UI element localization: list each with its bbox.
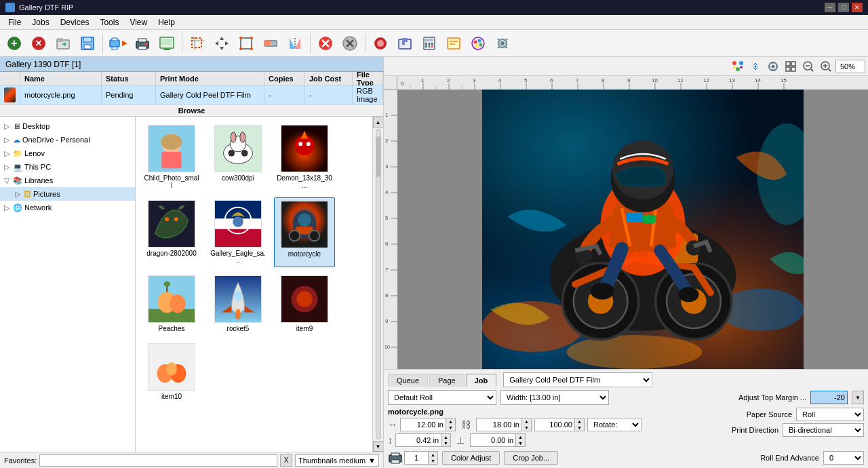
network-icon: 🌐 [13,203,22,212]
move-button[interactable] [210,32,233,55]
tab-job[interactable]: Job [466,374,497,387]
tree-item-network[interactable]: ▷ 🌐 Network [0,201,135,214]
favorites-clear-button[interactable]: X [280,454,292,467]
delete-job-button[interactable]: × [27,32,50,55]
maximize-button[interactable]: □ [838,3,849,12]
print-count-down-button[interactable]: ▼ [429,458,437,464]
list-item[interactable]: Peaches [141,273,202,335]
thumbnails-dropdown[interactable]: Thumbnails medium ▼ [295,454,379,467]
svg-rect-29 [241,38,252,49]
height-down-button[interactable]: ▼ [522,425,531,431]
offset-x-down-button[interactable]: ▼ [441,440,450,446]
scroll-down-button[interactable]: ▼ [373,441,384,452]
tree-item-pictures[interactable]: ▷ 🖼 Pictures [0,187,135,201]
scroll-up-button[interactable]: ▲ [373,117,384,128]
svg-rect-12 [112,47,117,50]
svg-point-66 [500,41,505,45]
minimize-button[interactable]: ─ [825,3,835,12]
tree-item-desktop[interactable]: ▷ 🖥 Desktop [0,119,135,133]
list-item[interactable]: Gallery_Eagle_sa... [208,197,269,267]
crop-button[interactable] [186,32,209,55]
height-input[interactable] [476,418,522,431]
view-button[interactable] [747,59,764,74]
media-button[interactable] [442,32,465,55]
width-selector[interactable]: Width: [13.00 in] [500,390,609,405]
close-button[interactable]: ✕ [852,3,863,12]
menu-jobs[interactable]: Jobs [26,16,54,28]
profile-selector[interactable]: Gallery Cold Peel DTF Film [503,372,652,387]
print-image-container [482,90,804,369]
palette-button[interactable] [467,32,490,55]
offset-y-down-button[interactable]: ▼ [516,440,525,446]
open-button[interactable] [52,32,75,55]
tree-item-lenov[interactable]: ▷ 📁 Lenov [0,147,135,160]
scale-up-button[interactable]: ▲ [575,418,584,425]
tab-queue[interactable]: Queue [388,374,428,387]
list-item[interactable]: Child_Photo_small [141,122,202,192]
scale-down-button[interactable]: ▼ [575,425,584,431]
print-button[interactable] [131,32,154,55]
tree-item-thispc[interactable]: ▷ 💻 This PC [0,160,135,174]
table-row[interactable]: motorcycle.png Pending Gallery Cold Peel… [0,85,383,104]
scale-input[interactable] [534,418,575,431]
adjust-top-margin-dropdown[interactable]: ▼ [852,391,864,404]
menu-tools[interactable]: Tools [94,16,124,28]
svg-point-78 [240,132,245,143]
color-mode-button[interactable] [259,32,282,55]
stop-button[interactable] [314,32,337,55]
height-up-button[interactable]: ▲ [522,418,531,425]
roll-selector[interactable]: Default Roll [388,390,496,405]
zoom-in-button[interactable] [818,59,834,74]
tree-item-libraries[interactable]: ▽ 📚 Libraries [0,174,135,187]
favorites-input[interactable] [39,454,277,467]
list-item[interactable]: motorcycle [274,197,335,267]
offset-x-up-button[interactable]: ▲ [441,434,450,440]
width-up-button[interactable]: ▲ [446,418,455,425]
save-button[interactable] [76,32,99,55]
tab-page[interactable]: Page [429,374,465,387]
svg-point-122 [772,64,775,68]
crop-job-button[interactable]: Crop Job... [504,451,558,465]
offset-x-input[interactable] [395,433,441,447]
offset-y-up-button[interactable]: ▲ [516,434,525,440]
scrollbar-thumb[interactable] [376,136,380,177]
export-button[interactable] [393,32,416,55]
list-item[interactable]: item10 [141,340,202,403]
menu-file[interactable]: File [3,16,26,28]
list-item[interactable]: rocket5 [208,273,269,335]
list-item[interactable]: dragon-2802000 [141,197,202,267]
paper-source-selector[interactable]: Roll [796,408,864,421]
color-adjust-button[interactable]: Color Adjust [442,451,500,465]
job-queue-tab[interactable]: Gallery 1390 DTF [1] [0,57,383,72]
grid-button[interactable] [783,59,799,74]
job-list-header: Name Status Print Mode Copies Job Cost F… [0,72,383,85]
calculator-button[interactable] [418,32,441,55]
print-left-button[interactable] [106,32,130,55]
print-count-up-button[interactable]: ▲ [429,452,437,458]
print-count-input[interactable] [404,451,429,465]
menu-help[interactable]: Help [153,16,180,28]
settings-button[interactable] [491,32,514,55]
width-down-button[interactable]: ▼ [446,425,455,431]
rotate-selector[interactable]: Rotate: 0° 90° 180° 270° [587,418,642,431]
roll-end-advance-selector[interactable]: 0 [823,451,864,465]
width-input[interactable] [400,418,446,431]
red-dot-button[interactable] [369,32,392,55]
tree-item-onedrive[interactable]: ▷ ☁ OneDrive - Personal [0,133,135,147]
print-direction-selector[interactable]: Bi-directional [783,423,864,437]
list-item[interactable]: item9 [274,273,335,335]
cancel-button[interactable] [338,32,361,55]
transform-button[interactable] [235,32,258,55]
zoom-out-button[interactable] [800,59,816,74]
preview-button[interactable] [155,32,178,55]
settings2-button[interactable] [765,59,781,74]
add-job-button[interactable]: + [3,32,26,55]
list-item[interactable]: cow300dpi [208,122,269,192]
color-picker-button[interactable] [730,59,746,74]
list-item[interactable]: Demon_13x18_30... [274,122,335,192]
offset-y-input[interactable] [470,433,516,447]
flip-button[interactable] [283,32,307,55]
menu-devices[interactable]: Devices [55,16,95,28]
menu-view[interactable]: View [124,16,153,28]
adjust-top-margin-input[interactable] [810,391,848,404]
